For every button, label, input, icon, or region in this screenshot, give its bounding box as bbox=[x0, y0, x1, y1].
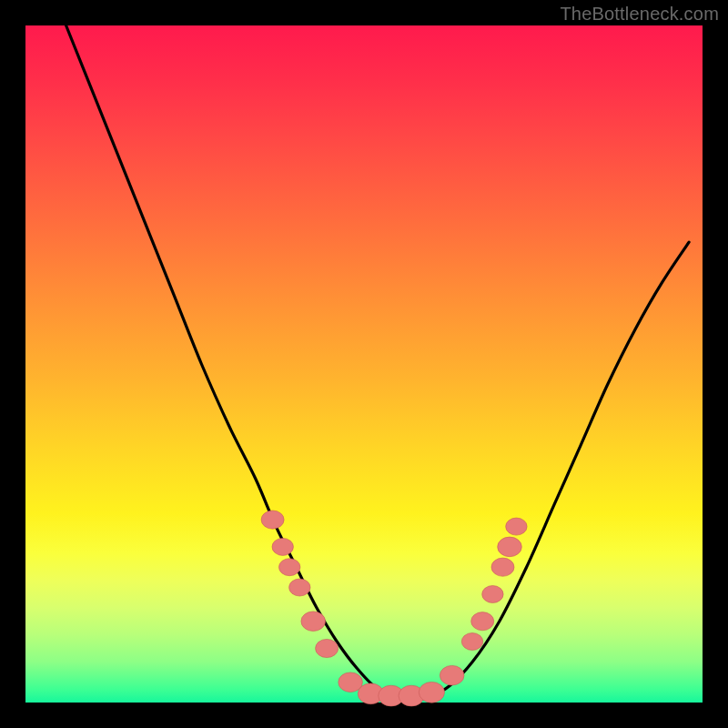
curve-markers bbox=[261, 511, 527, 706]
curve-marker bbox=[301, 612, 326, 632]
chart-frame: TheBottleneck.com bbox=[0, 0, 728, 728]
curve-marker bbox=[316, 639, 339, 657]
curve-layer bbox=[25, 25, 703, 703]
curve-marker bbox=[506, 518, 527, 535]
curve-marker bbox=[498, 537, 522, 557]
curve-marker bbox=[482, 586, 503, 603]
curve-marker bbox=[471, 612, 494, 631]
curve-marker bbox=[289, 579, 310, 596]
curve-marker bbox=[272, 538, 293, 555]
attribution-text: TheBottleneck.com bbox=[560, 4, 719, 25]
curve-marker bbox=[440, 665, 464, 685]
curve-marker bbox=[279, 559, 300, 576]
plot-area bbox=[25, 25, 703, 703]
curve-marker bbox=[461, 633, 482, 651]
bottleneck-curve bbox=[66, 25, 690, 697]
curve-marker bbox=[419, 682, 444, 703]
curve-marker bbox=[491, 558, 514, 576]
curve-marker bbox=[261, 511, 284, 529]
